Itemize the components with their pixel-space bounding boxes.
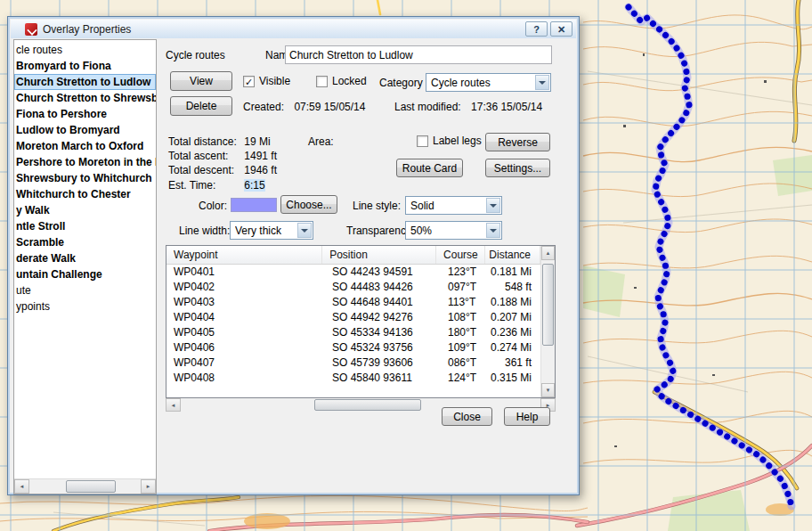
modified-label: Last modified: [394,101,461,113]
scroll-up-icon[interactable]: ▲ [541,246,555,260]
dropdown-arrow-icon[interactable] [297,223,312,238]
visible-checkbox-label: Visible [259,75,290,87]
label-legs-checkbox-box[interactable] [417,135,428,147]
route-list-hscroll-thumb[interactable] [66,480,116,493]
waypoint-course-cell: 124°T [441,371,491,386]
waypoint-distance-cell: 0.207 Mi [491,310,540,325]
waypoint-table-hscrollbar[interactable]: ◄ ► [166,398,556,412]
route-list-item[interactable]: Moreton March to Oxford [14,138,156,154]
category-combo[interactable]: Cycle routes [426,73,551,92]
total-ascent-line: Total ascent: 1491 ft [168,150,277,162]
waypoint-row[interactable]: WP0406SO 45324 93756109°T0.274 Mi [166,340,540,355]
route-list-hscroll-track[interactable] [29,479,141,494]
waypoint-position-cell: SO 45334 94136 [325,325,441,340]
close-button[interactable]: Close [442,407,492,426]
route-list-hscrollbar[interactable]: ◄ ► [14,478,156,494]
est-time-value: 6:15 [244,179,264,192]
settings-button[interactable]: Settings... [485,159,550,177]
category-combo-value: Cycle routes [431,77,532,89]
waypoint-waypoint-cell: WP0403 [166,295,325,310]
screen: Overlay Properties ? ✕ cle routesBromyar… [0,0,812,531]
waypoint-distance-cell: 548 ft [491,280,540,295]
route-list-item[interactable]: y Walk [14,202,156,218]
waypoint-position-cell: SO 45840 93611 [325,371,441,386]
scroll-left-icon[interactable]: ◄ [14,479,29,494]
route-list-item[interactable]: Ludlow to Bromyard [14,122,156,138]
route-list-item[interactable]: Shrewsbury to Whitchurch [14,170,156,186]
help-titlebar-button[interactable]: ? [525,21,548,37]
line-style-combo[interactable]: Solid [405,196,502,215]
route-list-item[interactable]: ypoints [14,298,156,315]
waypoint-distance-cell: 0.236 Mi [491,325,540,340]
route-list-item[interactable]: ute [14,282,156,298]
line-style-label: Line style: [353,200,401,212]
name-input[interactable] [285,45,552,64]
route-card-button[interactable]: Route Card [396,159,463,177]
transparency-combo-value: 50% [410,225,483,237]
column-header-course[interactable]: Course [436,246,485,264]
locked-checkbox[interactable]: Locked [316,75,367,87]
waypoint-course-cell: 108°T [441,310,491,325]
waypoint-row[interactable]: WP0403SO 44648 94401113°T0.188 Mi [166,295,540,310]
created-line: Created: 07:59 15/05/14 [243,101,365,113]
waypoint-waypoint-cell: WP0407 [166,355,325,371]
waypoint-table: Waypoint Position Course Distance WP0401… [166,245,556,398]
route-list[interactable]: cle routesBromyard to FionaChurch Strett… [13,39,157,494]
created-value: 07:59 15/05/14 [294,101,365,113]
total-ascent-label: Total ascent: [168,150,241,162]
waypoint-course-cell: 086°T [441,355,491,371]
waypoint-row[interactable]: WP0405SO 45334 94136180°T0.236 Mi [166,325,540,340]
route-list-item[interactable]: Scramble [14,234,156,250]
dropdown-arrow-icon[interactable] [535,75,549,90]
transparency-combo[interactable]: 50% [405,221,502,240]
visible-checkbox[interactable]: ✓ Visible [243,75,290,87]
dropdown-arrow-icon[interactable] [486,198,500,213]
route-list-item[interactable]: untain Challenge [14,266,156,282]
waypoint-table-vscrollbar[interactable]: ▲ ▼ [540,246,555,397]
route-list-item[interactable]: cle routes [14,42,156,58]
reverse-button[interactable]: Reverse [485,133,550,151]
visible-checkbox-box[interactable]: ✓ [243,76,255,87]
line-width-combo[interactable]: Very thick [230,221,313,240]
route-list-item[interactable]: Church Stretton to Ludlow [14,74,156,90]
label-legs-checkbox[interactable]: Label legs [417,135,482,147]
help-button[interactable]: Help [504,407,550,426]
route-list-item[interactable]: derate Walk [14,250,156,266]
line-width-combo-value: Very thick [235,225,295,237]
scroll-left-icon[interactable]: ◄ [166,398,181,412]
waypoint-position-cell: SO 44483 94426 [325,280,441,295]
waypoint-vscroll-thumb[interactable] [542,264,554,346]
waypoint-row[interactable]: WP0407SO 45739 93606086°T361 ft [166,355,540,371]
app-icon [25,23,37,36]
column-header-distance[interactable]: Distance [485,246,540,264]
waypoint-distance-cell: 0.315 Mi [491,371,540,386]
waypoint-table-body: WP0401SO 44243 94591123°T0.181 MiWP0402S… [166,265,540,397]
titlebar[interactable]: Overlay Properties ? ✕ [11,20,576,38]
scroll-right-icon[interactable]: ► [141,479,156,494]
waypoint-row[interactable]: WP0402SO 44483 94426097°T548 ft [166,280,540,295]
locked-checkbox-box[interactable] [316,76,328,87]
total-descent-value: 1946 ft [244,164,277,176]
column-header-waypoint[interactable]: Waypoint [166,246,322,264]
route-list-item[interactable]: Church Stretton to Shrewsbu [14,90,156,106]
column-header-position[interactable]: Position [322,246,436,264]
waypoint-hscroll-thumb[interactable] [314,399,421,411]
view-button[interactable]: View [170,71,232,91]
waypoint-row[interactable]: WP0401SO 44243 94591123°T0.181 Mi [166,265,540,280]
dropdown-arrow-icon[interactable] [486,223,500,238]
route-list-item[interactable]: Whitchurch to Chester [14,186,156,202]
waypoint-vscroll-track[interactable] [541,260,555,383]
route-list-item[interactable]: Fiona to Pershore [14,106,156,122]
waypoint-row[interactable]: WP0404SO 44942 94276108°T0.207 Mi [166,310,540,325]
waypoint-row[interactable]: WP0408SO 45840 93611124°T0.315 Mi [166,371,540,386]
delete-button[interactable]: Delete [170,96,232,116]
waypoint-waypoint-cell: WP0404 [166,310,325,325]
close-titlebar-button[interactable]: ✕ [550,21,572,37]
route-list-item[interactable]: Pershore to Moreton in the I [14,154,156,170]
est-time-line: Est. Time: 6:15 [168,179,265,192]
route-list-item[interactable]: ntle Stroll [14,218,156,234]
total-distance-line: Total distance: 19 Mi [168,135,271,148]
choose-color-button[interactable]: Choose... [280,195,337,214]
scroll-down-icon[interactable]: ▼ [541,383,555,397]
route-list-item[interactable]: Bromyard to Fiona [14,58,156,74]
